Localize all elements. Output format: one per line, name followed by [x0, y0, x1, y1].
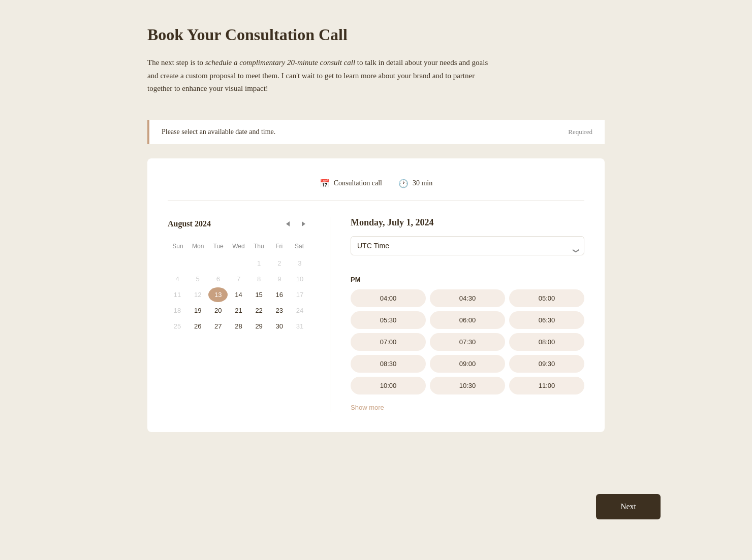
- month-year-label: August 2024: [168, 219, 211, 228]
- day-31[interactable]: 31: [290, 319, 309, 334]
- desc-start: The next step is to: [147, 58, 205, 67]
- next-month-button[interactable]: [298, 217, 309, 230]
- day-9[interactable]: 9: [270, 272, 289, 286]
- time-period-label: PM: [351, 276, 584, 283]
- page-title: Book Your Consultation Call: [147, 25, 605, 44]
- day-19[interactable]: 19: [188, 303, 207, 318]
- weekday-wed: Wed: [229, 241, 249, 252]
- day-22[interactable]: 22: [249, 303, 269, 318]
- required-notice-text: Please select an available date and time…: [162, 128, 275, 136]
- time-slot-0600[interactable]: 06:00: [430, 311, 505, 329]
- time-slot-0800[interactable]: 08:00: [509, 333, 584, 351]
- time-slot-0900[interactable]: 09:00: [430, 355, 505, 373]
- day-16[interactable]: 16: [270, 287, 289, 302]
- time-slot-1100[interactable]: 11:00: [509, 377, 584, 394]
- time-slot-0500[interactable]: 05:00: [509, 289, 584, 307]
- booking-calendar: 📅 Consultation call 🕐 30 min August 2024: [147, 158, 605, 432]
- day-4[interactable]: 4: [168, 272, 187, 286]
- day-10[interactable]: 10: [290, 272, 309, 286]
- day-13[interactable]: 13: [208, 287, 228, 302]
- month-nav: August 2024: [168, 217, 309, 230]
- desc-italic: schedule a complimentary 20-minute consu…: [205, 58, 355, 67]
- weekday-thu: Thu: [248, 241, 269, 252]
- weekday-mon: Mon: [188, 241, 208, 252]
- chevron-right-icon: [302, 221, 305, 226]
- day-empty: [188, 256, 207, 271]
- page-description: The next step is to schedule a complimen…: [147, 56, 493, 95]
- required-notice: Please select an available date and time…: [147, 120, 605, 144]
- time-slot-0700[interactable]: 07:00: [351, 333, 426, 351]
- timezone-select[interactable]: UTC Time: [351, 236, 584, 255]
- calendar-body: August 2024 Sun Mon Tue Wed: [168, 217, 584, 412]
- weekday-tue: Tue: [208, 241, 229, 252]
- weekdays-row: Sun Mon Tue Wed Thu Fri Sat: [168, 241, 309, 252]
- day-6[interactable]: 6: [208, 272, 228, 286]
- time-slot-0930[interactable]: 09:30: [509, 355, 584, 373]
- calendar-icon: 📅: [320, 179, 330, 188]
- day-empty: [208, 256, 228, 271]
- day-20[interactable]: 20: [208, 303, 228, 318]
- prev-month-button[interactable]: [282, 217, 294, 230]
- calendar-left-panel: August 2024 Sun Mon Tue Wed: [168, 217, 330, 412]
- time-slot-0830[interactable]: 08:30: [351, 355, 426, 373]
- time-slots-grid: 04:00 04:30 05:00 05:30 06:00 06:30 07:0…: [351, 289, 584, 394]
- day-12[interactable]: 12: [188, 287, 207, 302]
- weekday-sun: Sun: [168, 241, 188, 252]
- call-type-label: Consultation call: [334, 179, 382, 187]
- weekday-fri: Fri: [269, 241, 289, 252]
- day-26[interactable]: 26: [188, 319, 207, 334]
- day-21[interactable]: 21: [229, 303, 248, 318]
- day-27[interactable]: 27: [208, 319, 228, 334]
- month-nav-arrows: [282, 217, 309, 230]
- duration-label: 30 min: [413, 179, 432, 187]
- day-7[interactable]: 7: [229, 272, 248, 286]
- day-25[interactable]: 25: [168, 319, 187, 334]
- time-slot-0630[interactable]: 06:30: [509, 311, 584, 329]
- time-slot-0430[interactable]: 04:30: [430, 289, 505, 307]
- day-11[interactable]: 11: [168, 287, 187, 302]
- day-30[interactable]: 30: [270, 319, 289, 334]
- day-18[interactable]: 18: [168, 303, 187, 318]
- weekday-sat: Sat: [289, 241, 309, 252]
- required-label: Required: [568, 128, 592, 136]
- time-slot-1030[interactable]: 10:30: [430, 377, 505, 394]
- day-2[interactable]: 2: [270, 256, 289, 271]
- day-empty: [168, 256, 187, 271]
- day-23[interactable]: 23: [270, 303, 289, 318]
- day-15[interactable]: 15: [249, 287, 269, 302]
- chevron-left-icon: [286, 221, 290, 226]
- day-empty: [229, 256, 248, 271]
- day-29[interactable]: 29: [249, 319, 269, 334]
- next-button-wrapper: Next: [596, 494, 661, 519]
- time-selection-panel: Monday, July 1, 2024 UTC Time PM 04:00 0…: [330, 217, 584, 412]
- calendar-header-info: 📅 Consultation call 🕐 30 min: [168, 179, 584, 201]
- time-slot-0730[interactable]: 07:30: [430, 333, 505, 351]
- duration-info: 🕐 30 min: [398, 179, 432, 188]
- timezone-wrapper: UTC Time: [351, 236, 584, 266]
- time-slot-0530[interactable]: 05:30: [351, 311, 426, 329]
- day-5[interactable]: 5: [188, 272, 207, 286]
- days-grid: 1 2 3 4 5 6 7 8 9 10 11 12 13 14 15: [168, 256, 309, 334]
- day-17[interactable]: 17: [290, 287, 309, 302]
- day-24[interactable]: 24: [290, 303, 309, 318]
- show-more-link[interactable]: Show more: [351, 404, 384, 411]
- day-14[interactable]: 14: [229, 287, 248, 302]
- day-1[interactable]: 1: [249, 256, 269, 271]
- day-8[interactable]: 8: [249, 272, 269, 286]
- time-slot-1000[interactable]: 10:00: [351, 377, 426, 394]
- day-28[interactable]: 28: [229, 319, 248, 334]
- selected-date-title: Monday, July 1, 2024: [351, 217, 584, 228]
- call-type-info: 📅 Consultation call: [320, 179, 382, 188]
- next-button[interactable]: Next: [596, 494, 661, 519]
- clock-icon: 🕐: [398, 179, 409, 188]
- time-slot-0400[interactable]: 04:00: [351, 289, 426, 307]
- day-3[interactable]: 3: [290, 256, 309, 271]
